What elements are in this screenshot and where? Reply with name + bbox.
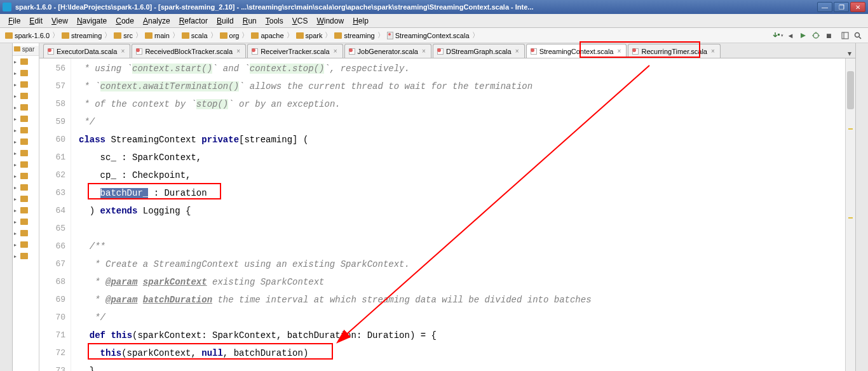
search-button[interactable] (852, 30, 864, 41)
breadcrumb-spark-1-6-0[interactable]: spark-1.6.0 (4, 32, 51, 39)
code-line-58[interactable]: * of the context by `stop()` or by an ex… (79, 95, 855, 113)
tab-close-button[interactable]: × (332, 48, 339, 55)
menu-view[interactable]: View (47, 15, 72, 27)
code-line-67[interactable]: * Create a StreamingContext using an exi… (79, 255, 855, 273)
breadcrumb-src[interactable]: src (112, 32, 134, 39)
project-tree-row[interactable]: ▸ (13, 79, 39, 90)
breadcrumb-label: streaming (71, 32, 102, 39)
maximize-button[interactable]: ❐ (834, 2, 849, 12)
menu-tools[interactable]: Tools (261, 15, 288, 27)
code-line-56[interactable]: * using `context.start()` and `context.s… (79, 60, 855, 78)
menu-file[interactable]: File (4, 15, 25, 27)
tab-close-button[interactable]: × (710, 48, 716, 55)
window-buttons: — ❐ ✕ (817, 2, 865, 12)
folder-icon (334, 32, 342, 39)
code-line-57[interactable]: * `context.awaitTermination()` allows th… (79, 78, 855, 95)
code-line-71[interactable]: def this(sparkContext: SparkContext, bat… (79, 327, 855, 344)
code-line-60[interactable]: class StreamingContext private[streaming… (79, 131, 855, 149)
project-tree-row[interactable]: ▸ (13, 56, 39, 67)
breadcrumb-streaming[interactable]: streaming (60, 32, 103, 39)
project-structure-button[interactable] (839, 30, 851, 41)
project-tree-row[interactable]: ▸ (13, 239, 39, 250)
project-tree-row[interactable]: ▸ (13, 113, 39, 125)
menu-run[interactable]: Run (238, 15, 261, 27)
breadcrumb-separator: 〉 (240, 30, 250, 40)
project-tree-row[interactable]: ▸ (13, 227, 39, 239)
tab-close-button[interactable]: × (421, 48, 427, 55)
tab-receivertracker-scala[interactable]: ReceiverTracker.scala× (247, 44, 342, 58)
scrollbar-thumb[interactable] (847, 71, 854, 109)
vertical-scrollbar[interactable] (845, 58, 855, 371)
menu-code[interactable]: Code (111, 15, 139, 27)
breadcrumb-separator: 〉 (134, 30, 144, 40)
project-tree-row[interactable]: ▸ (13, 205, 39, 216)
stop-button[interactable]: ⏹ (823, 30, 834, 41)
menu-vcs[interactable]: VCS (288, 15, 313, 27)
breadcrumb-separator: 〉 (103, 30, 112, 40)
breadcrumb-streamingcontext-scala[interactable]: StreamingContext.scala (386, 32, 471, 39)
close-button[interactable]: ✕ (850, 2, 865, 12)
folder-icon (20, 161, 28, 168)
tabs-overflow-button[interactable]: ▾ (844, 49, 855, 58)
debug-button[interactable] (810, 30, 822, 41)
svg-rect-0 (778, 34, 780, 36)
breadcrumb-streaming[interactable]: streaming (333, 32, 376, 39)
code-line-64[interactable]: ) extends Logging { (79, 202, 855, 220)
menu-refactor[interactable]: Refactor (175, 15, 212, 27)
project-tree-row[interactable]: ▸ (13, 136, 39, 147)
project-tree-row[interactable]: ▸ (13, 250, 39, 262)
code-editor[interactable]: 565758596061626364656667686970717273 * u… (39, 58, 855, 371)
tab-label: ReceivedBlockTracker.scala (145, 48, 233, 55)
project-tree-row[interactable]: ▸ (13, 67, 39, 79)
tab-executordata-scala[interactable]: ExecutorData.scala× (43, 44, 130, 58)
tab-close-button[interactable]: × (616, 48, 622, 55)
code-line-68[interactable]: * @param sparkContext existing SparkCont… (79, 273, 855, 291)
project-tree-row[interactable]: ▸ (13, 159, 39, 170)
checkout-icon[interactable] (772, 30, 783, 41)
code-line-63[interactable]: batchDur_ : Duration (79, 184, 855, 202)
project-tree-row[interactable]: ▸ (13, 147, 39, 159)
project-tree-row[interactable]: ▸ (13, 193, 39, 205)
tab-dstreamgraph-scala[interactable]: DStreamGraph.scala× (433, 44, 525, 58)
code-content[interactable]: * using `context.start()` and `context.s… (71, 58, 855, 371)
tab-close-button[interactable]: × (119, 48, 126, 55)
project-tree-row[interactable]: ▸ (13, 102, 39, 113)
project-tree-row[interactable]: ▸ (13, 182, 39, 193)
project-tree-row[interactable]: ▸ (13, 216, 39, 227)
tab-close-button[interactable]: × (235, 48, 241, 55)
project-tree-row[interactable]: ▸ (13, 125, 39, 136)
menu-edit[interactable]: Edit (25, 15, 47, 27)
code-line-61[interactable]: sc_ : SparkContext, (79, 149, 855, 166)
tab-recurringtimer-scala[interactable]: RecurringTimer.scala× (628, 44, 721, 58)
project-tree-row[interactable]: ▸ (13, 90, 39, 102)
code-line-70[interactable]: */ (79, 309, 855, 327)
tab-receivedblocktracker-scala[interactable]: ReceivedBlockTracker.scala× (132, 44, 246, 58)
tab-streamingcontext-scala[interactable]: StreamingContext.scala× (526, 44, 627, 58)
back-button[interactable]: ◄ (785, 30, 796, 41)
code-line-59[interactable]: */ (79, 113, 855, 131)
menu-build[interactable]: Build (212, 15, 238, 27)
run-button[interactable] (797, 30, 809, 41)
code-line-65[interactable] (79, 220, 855, 238)
code-line-66[interactable]: /** (79, 238, 855, 255)
tab-jobgenerator-scala[interactable]: JobGenerator.scala× (344, 44, 431, 58)
menu-help[interactable]: Help (348, 15, 373, 27)
code-line-62[interactable]: cp_ : Checkpoint, (79, 166, 855, 184)
tab-close-button[interactable]: × (514, 48, 520, 55)
breadcrumb-main[interactable]: main (144, 32, 171, 39)
breadcrumb-scala[interactable]: scala (180, 32, 209, 39)
minimize-button[interactable]: — (817, 2, 832, 12)
breadcrumb-org[interactable]: org (219, 32, 241, 39)
breadcrumb-apache[interactable]: apache (250, 32, 285, 39)
breadcrumb-spark[interactable]: spark (295, 32, 324, 39)
scala-file-icon (387, 32, 393, 39)
code-line-72[interactable]: this(sparkContext, null, batchDuration) (79, 344, 855, 362)
project-panel[interactable]: spar ▸▸▸▸▸▸▸▸▸▸▸▸▸▸▸▸▸▸ (13, 43, 39, 371)
menu-analyze[interactable]: Analyze (139, 15, 175, 27)
menu-window[interactable]: Window (312, 15, 348, 27)
code-line-73[interactable]: } (79, 362, 855, 371)
line-number: 67 (39, 255, 65, 273)
code-line-69[interactable]: * @param batchDuration the time interval… (79, 291, 855, 309)
project-tree-row[interactable]: ▸ (13, 170, 39, 182)
menu-navigate[interactable]: Navigate (72, 15, 111, 27)
